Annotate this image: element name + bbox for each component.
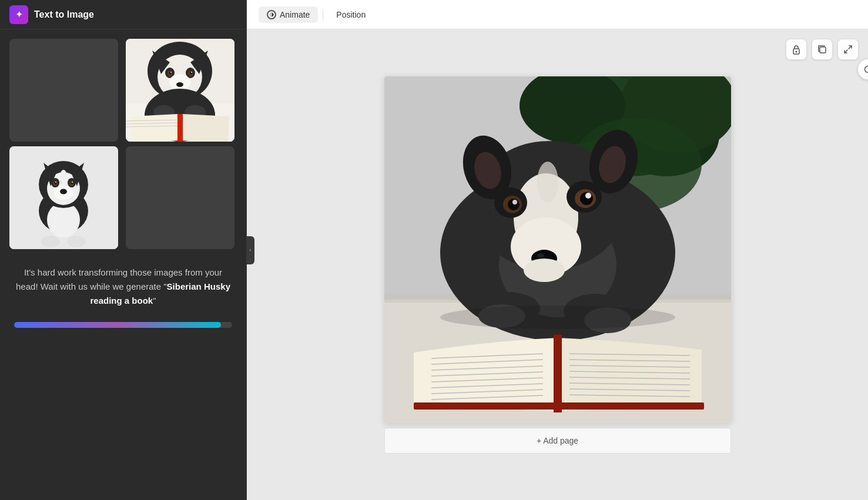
svg-point-45 — [67, 236, 86, 247]
lock-icon — [792, 44, 801, 55]
animate-tab-label: Animate — [280, 10, 310, 19]
duplicate-button[interactable] — [812, 39, 833, 60]
grid-cell-3[interactable] — [9, 146, 118, 249]
progress-bar — [14, 322, 221, 328]
svg-point-84 — [537, 162, 558, 203]
refresh-button[interactable] — [857, 59, 868, 80]
thumbnail-3 — [9, 146, 118, 249]
animate-icon: ◑ — [267, 10, 276, 19]
svg-point-80 — [585, 193, 591, 199]
lock-button[interactable] — [786, 39, 807, 60]
svg-point-76 — [512, 200, 517, 204]
left-panel: ✦ Text to Image — [0, 0, 247, 500]
expand-icon — [843, 45, 853, 54]
tab-position[interactable]: Position — [328, 6, 374, 23]
canvas-actions — [786, 39, 859, 60]
app-header: ✦ Text to Image — [0, 0, 246, 29]
svg-point-43 — [60, 189, 67, 194]
grid-cell-1[interactable] — [9, 39, 118, 142]
position-tab-label: Position — [336, 10, 366, 19]
canvas-content: + Add page — [384, 76, 731, 454]
main-image-svg — [384, 76, 731, 423]
main-image-container[interactable] — [384, 76, 731, 423]
svg-point-83 — [524, 259, 565, 282]
image-grid — [0, 29, 246, 259]
tab-animate[interactable]: ◑ Animate — [259, 6, 318, 23]
expand-button[interactable] — [837, 39, 859, 60]
svg-point-46 — [60, 170, 67, 184]
svg-point-13 — [191, 72, 192, 73]
left-panel-collapse[interactable]: ‹ — [246, 236, 254, 264]
duplicate-icon — [817, 45, 827, 54]
svg-point-103 — [440, 306, 675, 329]
tab-divider — [323, 9, 323, 21]
grid-cell-2[interactable] — [126, 39, 234, 142]
svg-point-82 — [537, 253, 544, 258]
add-page-label: + Add page — [537, 436, 578, 445]
grid-cell-4[interactable] — [126, 146, 234, 249]
progress-container — [14, 322, 232, 328]
svg-rect-20 — [130, 114, 179, 142]
main-image — [384, 76, 731, 423]
svg-point-41 — [72, 182, 73, 183]
right-panel: ◑ Animate Position — [247, 0, 868, 500]
svg-rect-25 — [177, 114, 183, 142]
svg-point-12 — [170, 72, 172, 73]
add-page-button[interactable]: + Add page — [384, 428, 731, 454]
app-title: Text to Image — [34, 9, 94, 20]
svg-rect-21 — [180, 114, 229, 142]
svg-point-40 — [55, 182, 56, 183]
svg-point-48 — [796, 51, 797, 53]
app-icon: ✦ — [9, 5, 28, 24]
thumbnail-2 — [126, 39, 234, 142]
svg-point-44 — [41, 236, 60, 247]
svg-rect-101 — [554, 335, 562, 412]
loading-message: It's hard work transforming those images… — [0, 261, 246, 313]
svg-point-16 — [176, 82, 183, 87]
svg-rect-102 — [414, 402, 704, 410]
refresh-icon — [863, 65, 868, 74]
canvas-area: + Add page — [247, 29, 868, 500]
toolbar: ◑ Animate Position — [247, 0, 868, 29]
svg-rect-49 — [820, 47, 826, 53]
prompt-text: Siberian Husky reading a book — [90, 281, 230, 306]
